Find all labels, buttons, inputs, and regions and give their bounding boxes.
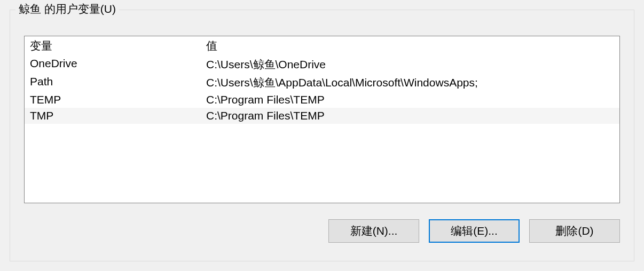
table-row[interactable]: OneDrive C:\Users\鲸鱼\OneDrive bbox=[25, 55, 619, 74]
table-row[interactable]: TMP C:\Program Files\TEMP bbox=[25, 108, 619, 124]
cell-variable: TMP bbox=[25, 109, 206, 122]
new-button[interactable]: 新建(N)... bbox=[328, 219, 419, 243]
listview-header: 变量 值 bbox=[25, 36, 619, 55]
cell-variable: OneDrive bbox=[25, 57, 206, 72]
cell-value: C:\Program Files\TEMP bbox=[206, 109, 619, 122]
cell-value: C:\Users\鲸鱼\AppData\Local\Microsoft\Wind… bbox=[206, 75, 619, 90]
header-value[interactable]: 值 bbox=[206, 38, 619, 53]
user-variables-group: 鲸鱼 的用户变量(U) 变量 值 OneDrive C:\Users\鲸鱼\On… bbox=[10, 10, 634, 261]
button-row: 新建(N)... 编辑(E)... 删除(D) bbox=[10, 219, 620, 243]
cell-variable: Path bbox=[25, 75, 206, 90]
cell-variable: TEMP bbox=[25, 93, 206, 106]
variables-listview[interactable]: 变量 值 OneDrive C:\Users\鲸鱼\OneDrive Path … bbox=[24, 36, 620, 203]
edit-button[interactable]: 编辑(E)... bbox=[429, 219, 520, 243]
table-row[interactable]: Path C:\Users\鲸鱼\AppData\Local\Microsoft… bbox=[25, 74, 619, 92]
delete-button[interactable]: 删除(D) bbox=[529, 219, 620, 243]
group-title: 鲸鱼 的用户变量(U) bbox=[15, 2, 119, 17]
header-variable[interactable]: 变量 bbox=[25, 38, 206, 53]
cell-value: C:\Program Files\TEMP bbox=[206, 93, 619, 106]
cell-value: C:\Users\鲸鱼\OneDrive bbox=[206, 57, 619, 72]
table-row[interactable]: TEMP C:\Program Files\TEMP bbox=[25, 92, 619, 108]
